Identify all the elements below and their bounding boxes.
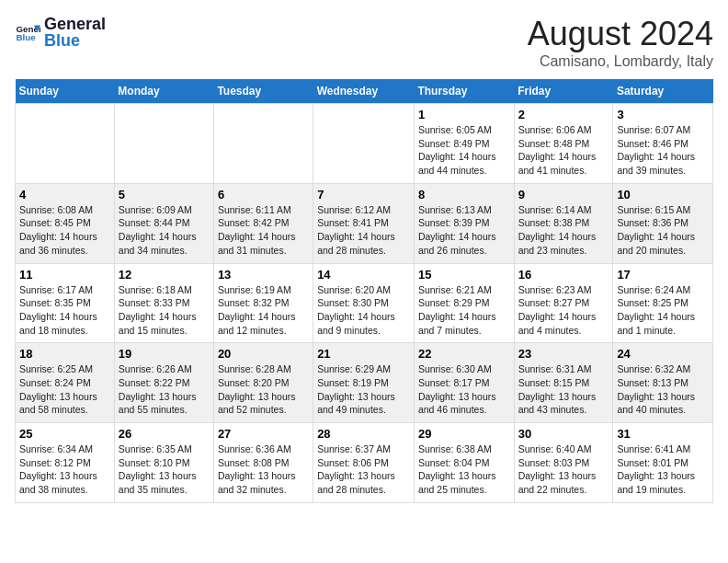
calendar-cell: 4Sunrise: 6:08 AMSunset: 8:45 PMDaylight… xyxy=(16,183,115,263)
calendar-cell xyxy=(16,104,115,184)
day-info: Sunrise: 6:12 AMSunset: 8:41 PMDaylight:… xyxy=(317,203,410,258)
day-info: Sunrise: 6:20 AMSunset: 8:30 PMDaylight:… xyxy=(317,283,410,338)
calendar-cell: 28Sunrise: 6:37 AMSunset: 8:06 PMDayligh… xyxy=(313,423,415,503)
day-info: Sunrise: 6:09 AMSunset: 8:44 PMDaylight:… xyxy=(119,203,210,258)
day-info: Sunrise: 6:41 AMSunset: 8:01 PMDaylight:… xyxy=(617,442,709,497)
weekday-header-wednesday: Wednesday xyxy=(313,79,415,104)
day-number: 26 xyxy=(119,427,210,441)
day-info: Sunrise: 6:05 AMSunset: 8:49 PMDaylight:… xyxy=(418,123,510,178)
calendar-cell: 18Sunrise: 6:25 AMSunset: 8:24 PMDayligh… xyxy=(16,343,115,423)
day-number: 10 xyxy=(617,188,709,201)
day-info: Sunrise: 6:08 AMSunset: 8:45 PMDaylight:… xyxy=(19,203,110,258)
day-number: 17 xyxy=(617,268,709,282)
day-info: Sunrise: 6:21 AMSunset: 8:29 PMDaylight:… xyxy=(418,283,510,338)
calendar-cell: 19Sunrise: 6:26 AMSunset: 8:22 PMDayligh… xyxy=(114,343,213,423)
calendar-cell: 8Sunrise: 6:13 AMSunset: 8:39 PMDaylight… xyxy=(414,183,514,263)
day-number: 3 xyxy=(617,108,709,121)
day-number: 14 xyxy=(317,268,410,282)
day-number: 7 xyxy=(317,188,410,201)
day-number: 18 xyxy=(19,347,110,361)
calendar-cell: 10Sunrise: 6:15 AMSunset: 8:36 PMDayligh… xyxy=(613,183,713,263)
calendar-cell: 6Sunrise: 6:11 AMSunset: 8:42 PMDaylight… xyxy=(213,183,313,263)
day-number: 6 xyxy=(218,188,309,201)
day-info: Sunrise: 6:32 AMSunset: 8:13 PMDaylight:… xyxy=(617,362,709,417)
day-info: Sunrise: 6:17 AMSunset: 8:35 PMDaylight:… xyxy=(19,283,110,338)
day-number: 15 xyxy=(418,268,510,282)
calendar-cell: 26Sunrise: 6:35 AMSunset: 8:10 PMDayligh… xyxy=(114,423,213,503)
day-info: Sunrise: 6:29 AMSunset: 8:19 PMDaylight:… xyxy=(317,362,410,417)
calendar-cell: 5Sunrise: 6:09 AMSunset: 8:44 PMDaylight… xyxy=(114,183,213,263)
day-number: 19 xyxy=(119,347,210,361)
day-number: 22 xyxy=(418,347,510,361)
logo-line2: Blue xyxy=(44,31,106,52)
day-number: 13 xyxy=(218,268,309,282)
logo-icon: General Blue xyxy=(15,20,40,46)
day-info: Sunrise: 6:28 AMSunset: 8:20 PMDaylight:… xyxy=(218,362,309,417)
day-number: 31 xyxy=(617,427,709,441)
day-info: Sunrise: 6:11 AMSunset: 8:42 PMDaylight:… xyxy=(218,203,309,258)
calendar-cell: 13Sunrise: 6:19 AMSunset: 8:32 PMDayligh… xyxy=(213,263,313,343)
calendar-cell: 2Sunrise: 6:06 AMSunset: 8:48 PMDaylight… xyxy=(514,104,613,184)
weekday-header-friday: Friday xyxy=(514,79,613,104)
calendar-cell: 20Sunrise: 6:28 AMSunset: 8:20 PMDayligh… xyxy=(213,343,313,423)
day-number: 11 xyxy=(19,268,110,282)
calendar-cell: 17Sunrise: 6:24 AMSunset: 8:25 PMDayligh… xyxy=(613,263,713,343)
day-number: 5 xyxy=(119,188,210,201)
day-info: Sunrise: 6:15 AMSunset: 8:36 PMDaylight:… xyxy=(617,203,709,258)
weekday-header-row: SundayMondayTuesdayWednesdayThursdayFrid… xyxy=(16,79,713,104)
page-header: General Blue General Blue August 2024 Ca… xyxy=(15,15,713,70)
svg-text:Blue: Blue xyxy=(16,32,36,42)
day-number: 12 xyxy=(119,268,210,282)
day-info: Sunrise: 6:30 AMSunset: 8:17 PMDaylight:… xyxy=(418,362,510,417)
calendar-cell xyxy=(313,104,415,184)
calendar-cell: 22Sunrise: 6:30 AMSunset: 8:17 PMDayligh… xyxy=(414,343,514,423)
day-number: 25 xyxy=(19,427,110,441)
day-number: 2 xyxy=(518,108,609,121)
weekday-header-thursday: Thursday xyxy=(414,79,514,104)
calendar-cell: 27Sunrise: 6:36 AMSunset: 8:08 PMDayligh… xyxy=(213,423,313,503)
day-number: 24 xyxy=(617,347,709,361)
day-info: Sunrise: 6:35 AMSunset: 8:10 PMDaylight:… xyxy=(119,442,210,497)
calendar-week-5: 25Sunrise: 6:34 AMSunset: 8:12 PMDayligh… xyxy=(16,423,713,503)
calendar-cell: 30Sunrise: 6:40 AMSunset: 8:03 PMDayligh… xyxy=(514,423,613,503)
day-number: 20 xyxy=(218,347,309,361)
calendar-cell: 11Sunrise: 6:17 AMSunset: 8:35 PMDayligh… xyxy=(16,263,115,343)
day-info: Sunrise: 6:26 AMSunset: 8:22 PMDaylight:… xyxy=(119,362,210,417)
day-info: Sunrise: 6:23 AMSunset: 8:27 PMDaylight:… xyxy=(518,283,609,338)
day-number: 21 xyxy=(317,347,410,361)
calendar-cell: 21Sunrise: 6:29 AMSunset: 8:19 PMDayligh… xyxy=(313,343,415,423)
day-number: 30 xyxy=(518,427,609,441)
day-info: Sunrise: 6:38 AMSunset: 8:04 PMDaylight:… xyxy=(418,442,510,497)
day-info: Sunrise: 6:06 AMSunset: 8:48 PMDaylight:… xyxy=(518,123,609,178)
calendar-cell: 16Sunrise: 6:23 AMSunset: 8:27 PMDayligh… xyxy=(514,263,613,343)
calendar-cell: 14Sunrise: 6:20 AMSunset: 8:30 PMDayligh… xyxy=(313,263,415,343)
logo: General Blue General Blue xyxy=(15,15,106,51)
calendar-cell: 7Sunrise: 6:12 AMSunset: 8:41 PMDaylight… xyxy=(313,183,415,263)
day-number: 28 xyxy=(317,427,410,441)
calendar-table: SundayMondayTuesdayWednesdayThursdayFrid… xyxy=(15,79,713,503)
weekday-header-saturday: Saturday xyxy=(613,79,713,104)
day-info: Sunrise: 6:34 AMSunset: 8:12 PMDaylight:… xyxy=(19,442,110,497)
day-info: Sunrise: 6:36 AMSunset: 8:08 PMDaylight:… xyxy=(218,442,309,497)
day-number: 8 xyxy=(418,188,510,201)
calendar-cell: 23Sunrise: 6:31 AMSunset: 8:15 PMDayligh… xyxy=(514,343,613,423)
calendar-cell: 31Sunrise: 6:41 AMSunset: 8:01 PMDayligh… xyxy=(613,423,713,503)
calendar-cell: 1Sunrise: 6:05 AMSunset: 8:49 PMDaylight… xyxy=(414,104,514,184)
day-info: Sunrise: 6:07 AMSunset: 8:46 PMDaylight:… xyxy=(617,123,709,178)
calendar-week-2: 4Sunrise: 6:08 AMSunset: 8:45 PMDaylight… xyxy=(16,183,713,263)
calendar-cell: 15Sunrise: 6:21 AMSunset: 8:29 PMDayligh… xyxy=(414,263,514,343)
day-info: Sunrise: 6:18 AMSunset: 8:33 PMDaylight:… xyxy=(119,283,210,338)
day-number: 16 xyxy=(518,268,609,282)
location-subtitle: Camisano, Lombardy, Italy xyxy=(528,53,713,70)
day-number: 27 xyxy=(218,427,309,441)
day-number: 29 xyxy=(418,427,510,441)
day-info: Sunrise: 6:14 AMSunset: 8:38 PMDaylight:… xyxy=(518,203,609,258)
day-info: Sunrise: 6:13 AMSunset: 8:39 PMDaylight:… xyxy=(418,203,510,258)
calendar-cell: 12Sunrise: 6:18 AMSunset: 8:33 PMDayligh… xyxy=(114,263,213,343)
weekday-header-monday: Monday xyxy=(114,79,213,104)
day-number: 9 xyxy=(518,188,609,201)
weekday-header-sunday: Sunday xyxy=(16,79,115,104)
day-info: Sunrise: 6:37 AMSunset: 8:06 PMDaylight:… xyxy=(317,442,410,497)
day-number: 23 xyxy=(518,347,609,361)
day-info: Sunrise: 6:24 AMSunset: 8:25 PMDaylight:… xyxy=(617,283,709,338)
